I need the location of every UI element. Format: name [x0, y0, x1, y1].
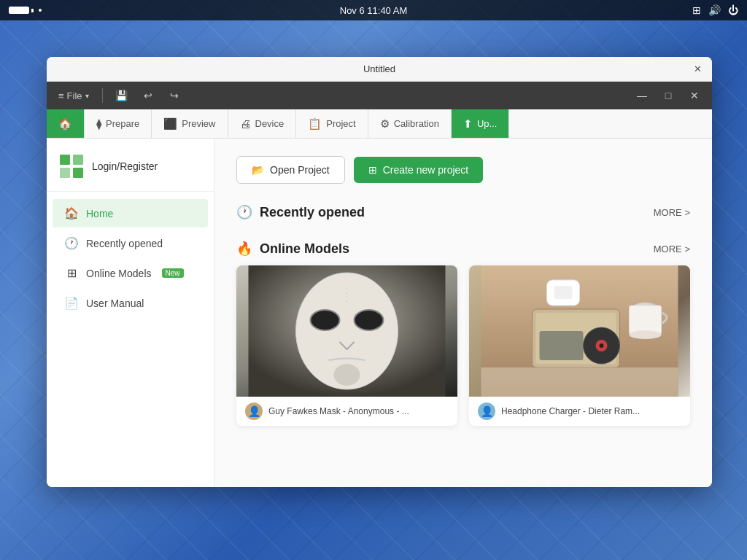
- clock-section-icon: 🕐: [236, 204, 252, 220]
- network-icon[interactable]: ⊞: [692, 4, 701, 16]
- system-bar: Nov 6 11:40 AM ⊞ 🔊 ⏻: [0, 0, 747, 20]
- save-icon-button[interactable]: 💾: [112, 85, 132, 106]
- open-project-button[interactable]: 📂 Open Project: [236, 156, 345, 184]
- upload-tab-label: Up...: [477, 118, 497, 129]
- create-project-icon: ⊞: [368, 164, 377, 176]
- fire-icon: 🔥: [236, 241, 252, 257]
- battery-bar: [9, 7, 29, 14]
- create-project-label: Create new project: [383, 164, 469, 176]
- model-avatar-guy-fawkes: 👤: [245, 402, 263, 420]
- content-area: Login/Register 🏠 Home 🕐 Recently opened …: [47, 139, 712, 487]
- prepare-tab-icon: ⧫: [96, 117, 101, 131]
- online-models-title-text: Online Models: [260, 241, 349, 257]
- tab-device[interactable]: 🖨 Device: [228, 109, 297, 138]
- online-models-title: 🔥 Online Models: [236, 241, 349, 257]
- sidebar-logo: Login/Register: [47, 139, 214, 192]
- project-tab-icon: 📋: [308, 117, 322, 131]
- model-avatar-headphone-charger: 👤: [478, 402, 495, 420]
- online-models-more-link[interactable]: MORE >: [654, 244, 690, 254]
- model-footer-headphone-charger: 👤 Headphone Charger - Dieter Ram...: [469, 397, 690, 426]
- svg-rect-13: [540, 331, 584, 360]
- open-project-icon: 📂: [252, 164, 264, 176]
- grid-nav-icon: ⊞: [64, 266, 79, 280]
- home-tab-icon: 🏠: [58, 117, 72, 131]
- tab-prepare[interactable]: ⧫ Prepare: [85, 109, 152, 138]
- sidebar-item-user-manual[interactable]: 📄 User Manual: [53, 289, 208, 317]
- window-maximize-btn[interactable]: □: [658, 85, 678, 106]
- open-project-label: Open Project: [270, 164, 330, 176]
- window-title: Untitled: [363, 63, 395, 74]
- hamburger-icon: ≡: [58, 90, 64, 101]
- menu-file[interactable]: ≡ File ▾: [54, 88, 93, 104]
- svg-rect-0: [60, 155, 70, 165]
- tabs-bar: 🏠 ⧫ Prepare ⬛ Preview 🖨 Device 📋 Project…: [47, 109, 712, 139]
- tab-calibration[interactable]: ⚙ Calibration: [368, 109, 452, 138]
- battery-indicator: [9, 7, 42, 14]
- create-project-button[interactable]: ⊞ Create new project: [354, 157, 484, 183]
- tab-home[interactable]: 🏠: [47, 109, 85, 138]
- system-bar-right: ⊞ 🔊 ⏻: [692, 4, 738, 16]
- app-window: Untitled ✕ ≡ File ▾ 💾 ↩ ↪ — □ ✕ 🏠: [47, 57, 712, 487]
- model-name-headphone-charger: Headphone Charger - Dieter Ram...: [501, 406, 640, 416]
- power-icon[interactable]: ⏻: [728, 4, 738, 16]
- app-logo-icon: [58, 153, 85, 179]
- window-minimize-btn[interactable]: —: [632, 85, 652, 106]
- device-tab-label: Device: [255, 118, 285, 129]
- svg-rect-2: [60, 168, 70, 178]
- device-tab-icon: 🖨: [240, 117, 251, 130]
- window-close-btn[interactable]: ✕: [684, 85, 705, 106]
- recently-opened-title-text: Recently opened: [260, 205, 365, 220]
- manual-nav-icon: 📄: [64, 296, 79, 310]
- user-manual-nav-label: User Manual: [86, 298, 144, 309]
- online-models-nav-label: Online Models: [86, 268, 152, 279]
- sidebar-nav: 🏠 Home 🕐 Recently opened ⊞ Online Models…: [47, 192, 214, 324]
- charger-svg: [469, 265, 690, 397]
- avatar-icon: 👤: [248, 405, 260, 417]
- menu-bar: ≡ File ▾ 💾 ↩ ↪ — □ ✕: [47, 82, 712, 109]
- tab-upload[interactable]: ⬆ Up...: [452, 109, 509, 138]
- svg-point-16: [600, 343, 604, 348]
- svg-rect-3: [73, 168, 83, 178]
- svg-point-6: [311, 310, 340, 330]
- recently-opened-nav-label: Recently opened: [86, 238, 163, 249]
- calibration-tab-label: Calibration: [394, 118, 439, 129]
- model-card-guy-fawkes[interactable]: 👤 Guy Fawkes Mask - Anonymous - ...: [236, 265, 457, 426]
- project-tab-label: Project: [326, 118, 355, 129]
- svg-point-7: [355, 310, 384, 330]
- sidebar-item-online-models[interactable]: ⊞ Online Models New: [53, 259, 208, 287]
- battery-tip: [31, 9, 34, 12]
- clock-nav-icon: 🕐: [64, 236, 79, 250]
- online-models-section-header: 🔥 Online Models MORE >: [214, 229, 712, 265]
- recently-opened-section-header: 🕐 Recently opened MORE >: [214, 198, 712, 229]
- window-close-button[interactable]: ✕: [692, 63, 703, 75]
- preview-tab-label: Preview: [182, 118, 215, 129]
- file-label: File: [67, 90, 82, 101]
- model-image-headphone-charger: [469, 265, 690, 397]
- svg-point-21: [630, 330, 662, 339]
- home-nav-label: Home: [86, 208, 113, 219]
- redo-button[interactable]: ↪: [164, 85, 185, 106]
- sidebar-item-recently-opened[interactable]: 🕐 Recently opened: [53, 229, 208, 257]
- action-area: 📂 Open Project ⊞ Create new project: [214, 139, 712, 198]
- calibration-tab-icon: ⚙: [380, 117, 390, 131]
- sidebar-item-home[interactable]: 🏠 Home: [53, 199, 208, 228]
- main-content: 📂 Open Project ⊞ Create new project 🕐 Re…: [214, 139, 712, 487]
- svg-rect-1: [73, 155, 83, 165]
- recently-opened-title: 🕐 Recently opened: [236, 204, 365, 220]
- avatar-icon-2: 👤: [481, 405, 493, 417]
- recently-opened-more-link[interactable]: MORE >: [654, 207, 690, 218]
- tab-preview[interactable]: ⬛ Preview: [152, 109, 228, 138]
- login-label[interactable]: Login/Register: [92, 160, 158, 172]
- desktop: Nov 6 11:40 AM ⊞ 🔊 ⏻ Untitled ✕ ≡ File ▾…: [0, 0, 747, 560]
- undo-button[interactable]: ↩: [138, 85, 158, 106]
- svg-rect-22: [481, 368, 678, 397]
- tab-project[interactable]: 📋 Project: [296, 109, 368, 138]
- upload-tab-icon: ⬆: [463, 117, 473, 131]
- model-card-headphone-charger[interactable]: 👤 Headphone Charger - Dieter Ram...: [469, 265, 690, 426]
- svg-point-8: [334, 364, 360, 386]
- dropdown-icon: ▾: [85, 92, 89, 100]
- menu-separator: [102, 88, 103, 103]
- model-image-guy-fawkes: [236, 265, 457, 397]
- system-datetime: Nov 6 11:40 AM: [340, 5, 408, 16]
- volume-icon[interactable]: 🔊: [708, 4, 721, 16]
